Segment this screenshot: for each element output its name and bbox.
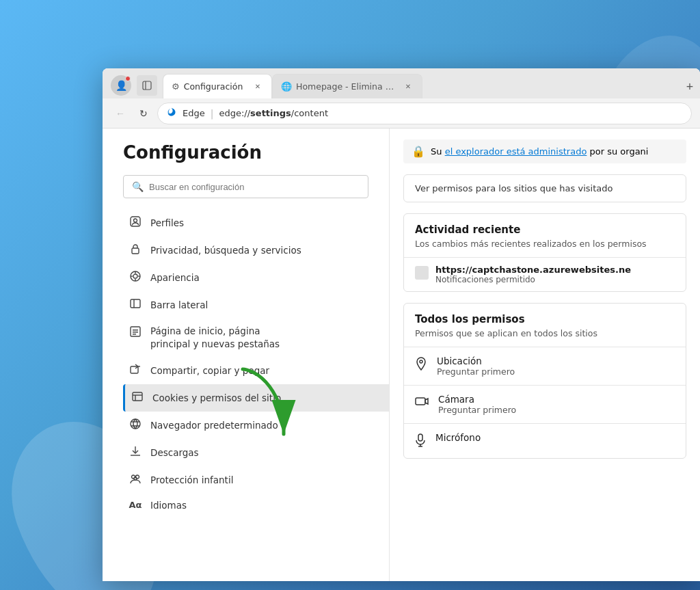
proteccion-label: Protección infantil (150, 474, 233, 485)
ubicacion-info: Ubicación Preguntar primero (437, 356, 515, 377)
ubicacion-value: Preguntar primero (437, 366, 515, 377)
pagina-inicio-label: Página de inicio, páginaprincipal y nuev… (150, 325, 280, 351)
search-icon: 🔍 (132, 181, 144, 192)
profile-avatar[interactable]: 👤 (111, 75, 131, 96)
idiomas-label: Idiomas (150, 500, 187, 511)
privacidad-icon (129, 243, 142, 258)
barra-label: Barra lateral (150, 299, 208, 310)
visited-text[interactable]: Ver permisos para los sitios que has vis… (404, 175, 686, 202)
privacidad-label: Privacidad, búsqueda y servicios (150, 245, 301, 256)
compartir-label: Compartir, copiar y pegar (150, 365, 269, 376)
search-box[interactable]: 🔍 (123, 175, 368, 198)
admin-text: Su el explorador está administrado por s… (431, 146, 648, 157)
admin-notice: 🔒 Su el explorador está administrado por… (403, 139, 686, 163)
idiomas-icon: Aα (129, 500, 142, 510)
sidebar-item-cookies[interactable]: Cookies y permisos del sitio (123, 384, 389, 412)
recent-title: Actividad reciente (415, 224, 675, 236)
sidebar-item-barra-lateral[interactable]: Barra lateral (123, 291, 389, 319)
browser-body: Configuración 🔍 Perfiles (103, 129, 700, 581)
svg-rect-4 (132, 248, 139, 254)
homepage-tab-close[interactable]: ✕ (403, 81, 414, 92)
svg-rect-11 (131, 299, 140, 308)
svg-rect-29 (416, 398, 425, 405)
site-favicon (415, 266, 429, 280)
admin-link[interactable]: el explorador está administrado (445, 146, 587, 157)
svg-rect-0 (143, 81, 151, 90)
settings-tab-close[interactable]: ✕ (252, 81, 263, 92)
pagina-inicio-icon (129, 325, 142, 340)
sidebar-item-perfiles[interactable]: Perfiles (123, 209, 389, 237)
sidebar-item-privacidad[interactable]: Privacidad, búsqueda y servicios (123, 237, 389, 264)
svg-rect-14 (133, 330, 138, 331)
svg-rect-19 (133, 392, 142, 401)
address-url: edge://settings/content (219, 108, 328, 118)
sidebar-item-proteccion[interactable]: Protección infantil (123, 466, 389, 494)
svg-point-3 (134, 219, 137, 222)
svg-rect-15 (133, 332, 138, 333)
tab-settings[interactable]: ⚙ Configuración ✕ (163, 74, 272, 98)
sidebar-item-compartir[interactable]: Compartir, copiar y pegar (123, 357, 389, 384)
sidebar-item-descargas[interactable]: Descargas (123, 439, 389, 466)
svg-rect-31 (418, 434, 422, 441)
ubicacion-name: Ubicación (437, 356, 515, 366)
permission-microfono[interactable]: Micrófono (404, 423, 686, 458)
toolbar: ← ↻ Edge | edge://settings/content (103, 98, 700, 129)
address-bar[interactable]: Edge | edge://settings/content (157, 103, 692, 124)
permission-ubicacion[interactable]: Ubicación Preguntar primero (404, 347, 686, 385)
site-status: Notificaciones permitido (435, 275, 631, 284)
cookies-icon (131, 390, 144, 405)
visited-sites-block: Ver permisos para los sitios que has vis… (403, 174, 686, 202)
camara-value: Preguntar primero (438, 405, 516, 415)
new-tab-button[interactable]: + (679, 77, 700, 97)
site-entry[interactable]: https://captchastone.azurewebsites.ne No… (404, 257, 686, 291)
sidebar-item-apariencia[interactable]: Apariencia (123, 264, 389, 291)
settings-tab-label: Configuración (184, 81, 248, 92)
camara-name: Cámara (438, 394, 516, 405)
apariencia-label: Apariencia (150, 272, 200, 283)
settings-content: 🔒 Su el explorador está administrado por… (390, 129, 700, 581)
search-input[interactable] (149, 182, 360, 192)
barra-icon (129, 297, 142, 312)
sidebar-item-pagina-inicio[interactable]: Página de inicio, páginaprincipal y nuev… (123, 319, 389, 357)
permissions-desc: Permisos que se aplican en todos los sit… (415, 328, 675, 338)
back-button[interactable]: ← (111, 104, 130, 123)
settings-tab-icon: ⚙ (172, 81, 180, 92)
perfiles-icon (129, 215, 142, 230)
camara-info: Cámara Preguntar primero (438, 394, 516, 415)
homepage-tab-label: Homepage - Elimina Malware (296, 81, 399, 92)
location-icon (415, 357, 427, 373)
cookies-label: Cookies y permisos del sitio (152, 392, 281, 403)
address-pipe: | (211, 108, 214, 119)
site-entry-info: https://captchastone.azurewebsites.ne No… (435, 265, 631, 284)
svg-rect-16 (133, 334, 136, 335)
all-permissions-section: Todos los permisos Permisos que se aplic… (403, 303, 686, 459)
navegador-label: Navegador predeterminado (150, 420, 278, 431)
descargas-icon (129, 445, 142, 460)
sidebar-item-idiomas[interactable]: Aα Idiomas (123, 494, 389, 517)
settings-sidebar: Configuración 🔍 Perfiles (103, 129, 390, 581)
site-url: https://captchastone.azurewebsites.ne (435, 265, 631, 275)
microfono-name: Micrófono (435, 432, 481, 443)
mic-icon (415, 433, 426, 450)
navegador-icon (129, 418, 142, 433)
compartir-icon (129, 363, 142, 378)
tab-homepage[interactable]: 🌐 Homepage - Elimina Malware ✕ (272, 74, 422, 98)
lock-icon: 🔒 (412, 145, 425, 158)
recent-desc: Los cambios más recientes realizados en … (415, 239, 675, 249)
sidebar-toggle-button[interactable] (137, 75, 157, 96)
tab-bar: 👤 ⚙ Configuración ✕ 🌐 Hom (103, 68, 700, 98)
refresh-button[interactable]: ↻ (134, 104, 153, 123)
homepage-tab-icon: 🌐 (281, 81, 292, 92)
browser-window: 👤 ⚙ Configuración ✕ 🌐 Hom (103, 68, 700, 581)
settings-title: Configuración (123, 142, 389, 163)
permission-camara[interactable]: Cámara Preguntar primero (404, 385, 686, 423)
perfiles-label: Perfiles (150, 217, 184, 228)
sidebar-item-navegador[interactable]: Navegador predeterminado (123, 412, 389, 439)
svg-point-22 (131, 419, 140, 429)
camera-icon (415, 395, 429, 410)
edge-label: Edge (183, 108, 205, 118)
proteccion-icon (129, 472, 142, 487)
recent-activity-section: Actividad reciente Los cambios más recie… (403, 213, 686, 292)
edge-logo-icon (166, 107, 177, 120)
apariencia-icon (129, 270, 142, 285)
